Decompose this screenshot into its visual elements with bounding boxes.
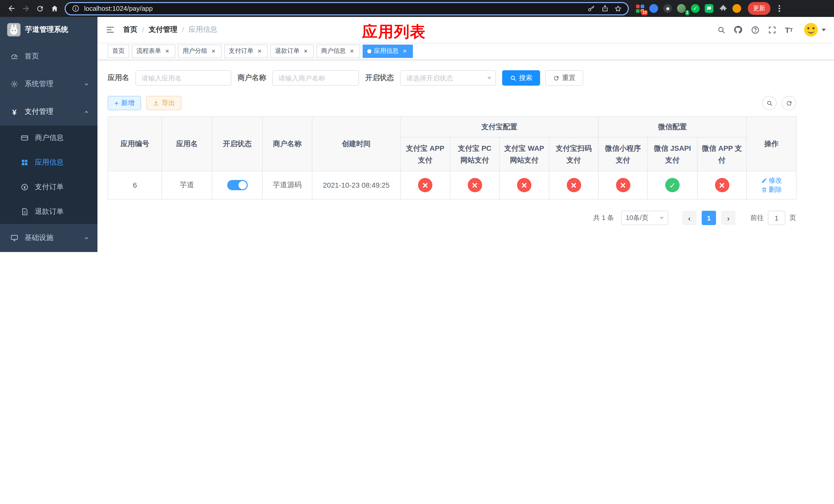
sidebar-item-system[interactable]: 系统管理 xyxy=(0,70,97,98)
app-logo-row[interactable]: 芋道管理系统 xyxy=(0,17,97,43)
address-bar[interactable]: localhost:1024/pay/app xyxy=(65,2,629,15)
sidebar-item-pay-order[interactable]: 支付订单 xyxy=(0,175,97,200)
edit-label: 修改 xyxy=(769,176,782,185)
extension-chat-icon[interactable] xyxy=(704,4,714,13)
tab-home[interactable]: 首页 xyxy=(108,44,129,58)
browser-update-button[interactable]: 更新 xyxy=(748,2,770,15)
edit-link[interactable]: 修改 xyxy=(761,176,782,185)
col-wx-mini: 微信小程序支付 xyxy=(598,137,648,171)
refresh-table-button[interactable] xyxy=(782,96,796,110)
col-alipay-app: 支付宝 APP 支付 xyxy=(400,137,450,171)
page-size-select[interactable]: 10条/页 xyxy=(621,211,668,225)
sidebar-item-label: 系统管理 xyxy=(25,79,53,89)
close-icon[interactable]: × xyxy=(256,47,263,54)
next-page-button[interactable]: › xyxy=(721,211,736,225)
extension-colorful-icon[interactable]: 10 xyxy=(635,4,645,13)
breadcrumb-home[interactable]: 首页 xyxy=(123,25,137,35)
chevron-down-icon xyxy=(822,28,826,31)
prev-page-button[interactable]: ‹ xyxy=(682,211,697,225)
sidebar-item-label: 应用信息 xyxy=(35,158,64,167)
tab-user-group[interactable]: 用户分组× xyxy=(178,44,222,58)
trash-icon xyxy=(761,187,767,193)
sidebar-item-devtools[interactable]: 研发工具 xyxy=(0,252,97,252)
sidebar-item-app-info[interactable]: 应用信息 xyxy=(0,150,97,175)
cell-merchant: 芋道源码 xyxy=(262,171,312,199)
sidebar-item-infra[interactable]: 基础设施 xyxy=(0,224,97,252)
share-icon[interactable] xyxy=(600,4,609,13)
col-merchant: 商户名称 xyxy=(262,117,312,171)
sidebar-item-label: 退款订单 xyxy=(35,207,64,216)
tab-label: 应用信息 xyxy=(374,47,398,55)
bookmark-star-icon[interactable] xyxy=(613,4,623,13)
credit-card-icon xyxy=(21,134,29,142)
sidebar-item-refund-order[interactable]: 退款订单 xyxy=(0,200,97,224)
extension-blue-icon[interactable] xyxy=(649,4,659,13)
status-toggle[interactable] xyxy=(227,180,247,190)
sidebar-item-merchant-info[interactable]: 商户信息 xyxy=(0,125,97,150)
close-icon[interactable]: × xyxy=(401,47,408,54)
sidebar-item-label: 首页 xyxy=(25,52,39,61)
app-logo xyxy=(7,23,21,37)
download-icon xyxy=(153,100,159,106)
status-select-input[interactable] xyxy=(400,70,496,86)
sidebar-item-payment[interactable]: ¥ 支付管理 xyxy=(0,98,97,125)
close-icon[interactable]: × xyxy=(163,47,171,54)
col-group-alipay: 支付宝配置 xyxy=(400,117,598,137)
browser-refresh-icon[interactable] xyxy=(33,2,47,15)
tab-pay-order[interactable]: 支付订单× xyxy=(224,44,268,58)
page-unit-label: 页 xyxy=(789,213,796,223)
fullscreen-icon[interactable] xyxy=(765,23,778,37)
github-icon[interactable] xyxy=(731,23,745,37)
status-select[interactable] xyxy=(400,70,496,86)
search-button[interactable]: 搜索 xyxy=(502,70,540,86)
tab-process-form[interactable]: 流程表单× xyxy=(132,44,175,58)
chevron-down-icon xyxy=(660,216,664,219)
url-text[interactable]: localhost:1024/pay/app xyxy=(84,5,583,12)
site-info-icon[interactable] xyxy=(71,4,80,13)
tab-refund-order[interactable]: 退款订单× xyxy=(270,44,314,58)
breadcrumb-payment[interactable]: 支付管理 xyxy=(149,25,177,35)
browser-forward-icon[interactable] xyxy=(19,2,33,15)
close-icon[interactable]: × xyxy=(302,47,309,54)
reset-button[interactable]: 重置 xyxy=(545,70,583,86)
extension-puzzle-icon[interactable] xyxy=(718,4,728,13)
extension-avatar-icon[interactable]: 1 xyxy=(677,4,686,13)
col-wx-app: 微信 APP 支付 xyxy=(697,137,747,171)
user-menu[interactable] xyxy=(803,22,826,38)
cell-app-id: 6 xyxy=(108,171,162,199)
extension-dark-icon[interactable] xyxy=(663,4,673,13)
cell-actions: 修改删除 xyxy=(747,171,796,199)
close-icon[interactable]: × xyxy=(348,47,355,54)
sidebar: 芋道管理系统 首页 系统管理 ¥ 支付管理 商户信息 xyxy=(0,17,97,252)
tab-merchant-info[interactable]: 商户信息× xyxy=(316,44,360,58)
page-number-button[interactable]: 1 xyxy=(702,211,716,225)
navbar-tools: TT xyxy=(715,22,826,38)
help-icon[interactable] xyxy=(748,23,762,37)
tab-app-info[interactable]: 应用信息× xyxy=(363,44,413,58)
app-name-input[interactable] xyxy=(135,70,231,86)
col-app-id: 应用编号 xyxy=(108,117,162,171)
merchant-name-input[interactable] xyxy=(272,70,359,86)
sidebar-item-home[interactable]: 首页 xyxy=(0,43,97,70)
pagination: 共 1 条 10条/页 ‹ 1 › 前往 页 xyxy=(108,211,796,225)
browser-menu-icon[interactable] xyxy=(775,3,783,14)
search-icon[interactable] xyxy=(715,23,728,37)
font-size-icon[interactable]: TT xyxy=(782,23,795,37)
breadcrumb-separator: / xyxy=(142,26,144,34)
app-main: 应用名 商户名称 开启状态 xyxy=(97,60,834,252)
goto-page-input[interactable] xyxy=(768,211,785,225)
browser-back-icon[interactable] xyxy=(4,2,19,15)
delete-link[interactable]: 删除 xyxy=(761,185,782,194)
password-key-icon[interactable] xyxy=(587,4,596,13)
export-button[interactable]: 导出 xyxy=(146,96,181,110)
add-button[interactable]: + 新增 xyxy=(108,96,141,110)
col-alipay-qr: 支付宝扫码支付 xyxy=(549,137,598,171)
sidebar-collapse-icon[interactable] xyxy=(106,25,115,35)
wx-mini-status xyxy=(616,178,630,192)
close-icon[interactable]: × xyxy=(210,47,217,54)
add-button-label: 新增 xyxy=(121,98,134,108)
extension-profile-icon[interactable] xyxy=(732,4,742,13)
extension-check-icon[interactable]: ✓ xyxy=(690,4,700,13)
show-search-toggle-button[interactable] xyxy=(762,96,776,110)
browser-home-icon[interactable] xyxy=(47,2,62,15)
